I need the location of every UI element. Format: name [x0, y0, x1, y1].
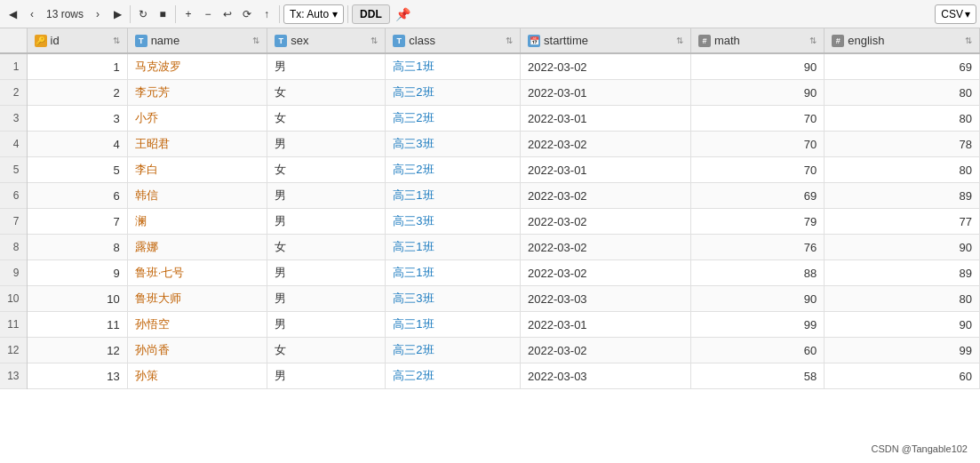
name-cell[interactable]: 王昭君	[127, 132, 267, 157]
table-row[interactable]: 99鲁班·七号男高三1班2022-03-028889	[0, 260, 980, 286]
table-row[interactable]: 44王昭君男高三3班2022-03-027078	[0, 132, 980, 157]
math-cell[interactable]: 90	[690, 80, 824, 106]
sex-cell[interactable]: 男	[267, 183, 386, 209]
table-row[interactable]: 11马克波罗男高三1班2022-03-029069	[0, 53, 980, 80]
ddl-button[interactable]: DDL	[352, 4, 390, 24]
name-cell[interactable]: 李白	[127, 157, 267, 183]
math-cell[interactable]: 58	[690, 363, 824, 389]
col-header-math[interactable]: # math ⇅	[690, 28, 824, 53]
sex-cell[interactable]: 男	[267, 363, 386, 389]
english-cell[interactable]: 69	[825, 53, 980, 80]
class-cell[interactable]: 高三1班	[386, 183, 521, 209]
english-cell[interactable]: 77	[825, 209, 980, 235]
class-cell[interactable]: 高三1班	[386, 260, 521, 286]
sex-cell[interactable]: 女	[267, 235, 386, 260]
rownum-cell[interactable]: 7	[0, 209, 27, 235]
english-cell[interactable]: 80	[825, 80, 980, 106]
rownum-cell[interactable]: 13	[0, 363, 27, 389]
csv-dropdown[interactable]: CSV ▾	[935, 4, 976, 24]
id-cell[interactable]: 11	[27, 312, 127, 338]
pin-icon[interactable]: 📌	[392, 5, 414, 23]
rownum-cell[interactable]: 3	[0, 106, 27, 132]
starttime-cell[interactable]: 2022-03-03	[521, 286, 691, 312]
rownum-cell[interactable]: 5	[0, 157, 27, 183]
class-cell[interactable]: 高三1班	[386, 235, 521, 260]
table-row[interactable]: 1010鲁班大师男高三3班2022-03-039080	[0, 286, 980, 312]
class-cell[interactable]: 高三2班	[386, 106, 521, 132]
math-cell[interactable]: 79	[690, 209, 824, 235]
english-cell[interactable]: 78	[825, 132, 980, 157]
sex-cell[interactable]: 女	[267, 157, 386, 183]
col-header-starttime[interactable]: 📅 starttime ⇅	[521, 28, 691, 53]
id-cell[interactable]: 7	[27, 209, 127, 235]
name-cell[interactable]: 小乔	[127, 106, 267, 132]
stop-button[interactable]: ■	[154, 3, 171, 26]
id-cell[interactable]: 10	[27, 286, 127, 312]
col-header-name[interactable]: T name ⇅	[127, 28, 267, 53]
starttime-cell[interactable]: 2022-03-01	[521, 106, 691, 132]
name-cell[interactable]: 鲁班大师	[127, 286, 267, 312]
nav-last-button[interactable]: ▶	[108, 3, 126, 26]
id-cell[interactable]: 2	[27, 80, 127, 106]
name-cell[interactable]: 孙悟空	[127, 312, 267, 338]
add-row-button[interactable]: +	[179, 3, 197, 26]
col-header-class[interactable]: T class ⇅	[386, 28, 521, 53]
english-cell[interactable]: 80	[825, 157, 980, 183]
starttime-cell[interactable]: 2022-03-02	[521, 338, 691, 363]
undo-button[interactable]: ↩	[219, 3, 236, 26]
up-button[interactable]: ↑	[258, 3, 275, 26]
starttime-cell[interactable]: 2022-03-02	[521, 235, 691, 260]
col-header-english[interactable]: # english ⇅	[825, 28, 980, 53]
rownum-cell[interactable]: 9	[0, 260, 27, 286]
name-cell[interactable]: 马克波罗	[127, 53, 267, 80]
english-cell[interactable]: 80	[825, 286, 980, 312]
class-cell[interactable]: 高三3班	[386, 132, 521, 157]
id-cell[interactable]: 3	[27, 106, 127, 132]
id-cell[interactable]: 4	[27, 132, 127, 157]
id-cell[interactable]: 8	[27, 235, 127, 260]
math-cell[interactable]: 70	[690, 106, 824, 132]
sex-cell[interactable]: 男	[267, 260, 386, 286]
name-cell[interactable]: 孙尚香	[127, 338, 267, 363]
table-row[interactable]: 33小乔女高三2班2022-03-017080	[0, 106, 980, 132]
class-cell[interactable]: 高三1班	[386, 312, 521, 338]
math-cell[interactable]: 90	[690, 286, 824, 312]
id-cell[interactable]: 6	[27, 183, 127, 209]
table-row[interactable]: 22李元芳女高三2班2022-03-019080	[0, 80, 980, 106]
name-cell[interactable]: 韩信	[127, 183, 267, 209]
starttime-cell[interactable]: 2022-03-02	[521, 53, 691, 80]
nav-prev-button[interactable]: ‹	[23, 3, 41, 26]
sex-cell[interactable]: 女	[267, 80, 386, 106]
math-cell[interactable]: 70	[690, 157, 824, 183]
id-cell[interactable]: 9	[27, 260, 127, 286]
english-cell[interactable]: 89	[825, 183, 980, 209]
redo-button[interactable]: ⟳	[238, 3, 256, 26]
name-cell[interactable]: 澜	[127, 209, 267, 235]
math-cell[interactable]: 70	[690, 132, 824, 157]
sex-cell[interactable]: 女	[267, 106, 386, 132]
english-cell[interactable]: 90	[825, 312, 980, 338]
starttime-cell[interactable]: 2022-03-02	[521, 132, 691, 157]
starttime-cell[interactable]: 2022-03-03	[521, 363, 691, 389]
name-cell[interactable]: 孙策	[127, 363, 267, 389]
remove-row-button[interactable]: −	[199, 3, 217, 26]
nav-next-button[interactable]: ›	[89, 3, 107, 26]
english-cell[interactable]: 60	[825, 363, 980, 389]
rownum-cell[interactable]: 11	[0, 312, 27, 338]
english-cell[interactable]: 90	[825, 235, 980, 260]
class-cell[interactable]: 高三2班	[386, 157, 521, 183]
table-row[interactable]: 66韩信男高三1班2022-03-026989	[0, 183, 980, 209]
math-cell[interactable]: 76	[690, 235, 824, 260]
sex-cell[interactable]: 男	[267, 132, 386, 157]
sex-cell[interactable]: 女	[267, 338, 386, 363]
table-row[interactable]: 1111孙悟空男高三1班2022-03-019990	[0, 312, 980, 338]
table-row[interactable]: 1212孙尚香女高三2班2022-03-026099	[0, 338, 980, 363]
col-header-sex[interactable]: T sex ⇅	[267, 28, 386, 53]
class-cell[interactable]: 高三3班	[386, 286, 521, 312]
table-row[interactable]: 88露娜女高三1班2022-03-027690	[0, 235, 980, 260]
english-cell[interactable]: 99	[825, 338, 980, 363]
rownum-cell[interactable]: 4	[0, 132, 27, 157]
english-cell[interactable]: 89	[825, 260, 980, 286]
table-row[interactable]: 1313孙策男高三2班2022-03-035860	[0, 363, 980, 389]
name-cell[interactable]: 鲁班·七号	[127, 260, 267, 286]
